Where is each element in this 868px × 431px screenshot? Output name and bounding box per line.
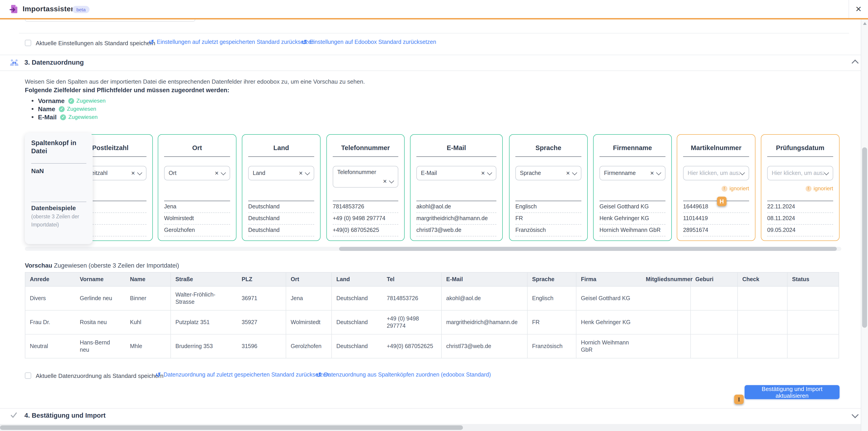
- table-cell: Walter-Fröhlich-Strasse: [170, 286, 237, 310]
- clear-icon[interactable]: ✕: [648, 170, 656, 176]
- field-mapping-select[interactable]: Hier klicken, um auszuwählen: [767, 166, 833, 180]
- divider: [0, 408, 861, 409]
- sample-value: Henk Gehringer KG: [599, 213, 665, 225]
- clear-icon[interactable]: ✕: [564, 170, 572, 176]
- chevron-up-icon[interactable]: [851, 59, 859, 66]
- undo-icon: ↺: [156, 372, 161, 377]
- reset-settings-default-link[interactable]: ↺ Einstellungen auf Edoobox Standard zur…: [302, 39, 436, 45]
- reset-mapping-last-label: Datenzuordnung auf zuletzt gespeicherten…: [163, 372, 329, 378]
- table-cell: 36971: [237, 286, 286, 310]
- clear-icon[interactable]: ✕: [297, 170, 305, 176]
- reset-settings-last-label: Einstellungen auf zuletzt gespeicherten …: [157, 39, 314, 45]
- section3-title: 3. Datenzuordnung: [24, 59, 84, 66]
- divider: [416, 156, 496, 157]
- clear-icon[interactable]: ✕: [129, 170, 137, 176]
- vertical-scrollbar[interactable]: [861, 20, 868, 431]
- table-cell: [787, 286, 839, 310]
- table-cell: christl73@web.de: [441, 334, 527, 358]
- chevron-down-icon[interactable]: [656, 170, 661, 175]
- map-from-headers-link[interactable]: ↺ Datenzuordnung aus Spaltenköpfen zuord…: [316, 372, 491, 378]
- vertical-scrollbar-thumb[interactable]: [862, 147, 867, 328]
- modal-title: Importassistent: [23, 5, 78, 13]
- table-cell: 35927: [237, 310, 286, 334]
- field-card-title: Martikelnummer: [677, 144, 755, 151]
- table-cell: [738, 286, 787, 310]
- table-row: Frau Dr.Rosita neuKuhlPutzplatz 35135927…: [25, 310, 839, 334]
- divider: [164, 156, 230, 157]
- table-cell: [690, 334, 738, 358]
- column-header-status: Status: [787, 272, 839, 286]
- chevron-down-icon[interactable]: [572, 170, 577, 175]
- sample-value: 08.11.2024: [767, 213, 833, 225]
- field-mapping-select[interactable]: Hier klicken, um auszuwählen: [683, 166, 749, 180]
- table-cell: [787, 334, 839, 358]
- annotation-marker-h: H: [717, 196, 726, 206]
- table-cell: [641, 334, 690, 358]
- bullet-icon: [32, 108, 33, 110]
- chevron-down-icon[interactable]: [740, 170, 745, 175]
- field-mapping-select[interactable]: Land✕: [248, 166, 314, 180]
- divider: [683, 156, 749, 157]
- scroll-up-arrow-icon[interactable]: [863, 22, 867, 25]
- field-mapping-select[interactable]: Sprache✕: [515, 166, 581, 180]
- chevron-down-icon[interactable]: [137, 170, 143, 175]
- column-header-ort: Ort: [286, 272, 332, 286]
- sample-rows: akohl@aol.demargritheidrich@hamann.dechr…: [416, 201, 496, 237]
- clear-icon[interactable]: ✕: [213, 170, 221, 176]
- assigned-badge: ✓Zugewiesen: [60, 114, 97, 120]
- table-cell: akohl@aol.de: [441, 286, 527, 310]
- field-mapping-select[interactable]: Ort✕: [164, 166, 230, 180]
- horizontal-scrollbar[interactable]: [0, 424, 861, 431]
- save-mapping-checkbox[interactable]: [25, 372, 31, 379]
- clear-icon[interactable]: ✕: [479, 170, 487, 176]
- table-cell: FR: [527, 310, 576, 334]
- modal-header: Importassistent beta ✕: [0, 0, 868, 18]
- chevron-down-icon[interactable]: [221, 170, 226, 175]
- field-mapping-select[interactable]: E-Mail✕: [416, 166, 496, 180]
- legend-samples-title: Datenbeispiele: [31, 204, 76, 212]
- sample-value: 22.11.2024: [767, 201, 833, 213]
- reset-mapping-last-link[interactable]: ↺ Datenzuordnung auf zuletzt gespeichert…: [156, 372, 329, 378]
- horizontal-scrollbar-thumb[interactable]: [0, 425, 463, 430]
- column-header-name: Name: [125, 272, 170, 286]
- sample-value: akohl@aol.de: [416, 201, 496, 213]
- confirm-import-button[interactable]: Bestätigung und Import aktualisieren: [745, 385, 839, 399]
- field-card-title: E-Mail: [410, 144, 502, 151]
- cards-horizontal-scrollbar[interactable]: [25, 247, 841, 251]
- select-value: Telefonnummer: [333, 166, 398, 175]
- sample-value: 09.05.2024: [767, 225, 833, 237]
- undo-icon: ↺: [316, 372, 321, 377]
- assigned-badge: ✓Zugewiesen: [68, 98, 105, 104]
- divider: [248, 156, 314, 157]
- table-cell: Gerlinde neu: [75, 286, 125, 310]
- section4-title: 4. Bestätigung und Import: [24, 412, 105, 419]
- bullet-icon: [32, 100, 33, 102]
- field-mapping-select[interactable]: Firmenname✕: [599, 166, 665, 180]
- chevron-down-icon[interactable]: [824, 170, 829, 175]
- chevron-down-icon[interactable]: [389, 178, 394, 184]
- save-settings-checkbox[interactable]: [25, 40, 31, 46]
- assigned-label: Zugewiesen: [67, 106, 96, 112]
- clear-icon[interactable]: ✕: [381, 179, 389, 184]
- field-mapping-select[interactable]: Telefonnummer✕: [333, 166, 398, 188]
- field-card-pr-fungsdatum: PrüfungsdatumHier klicken, um auszuwähle…: [761, 134, 839, 241]
- mapping-required-text: Folgende Zielfelder sind Pflichtfelder u…: [25, 87, 229, 94]
- ignored-badge: !ignoriert: [805, 185, 833, 192]
- chevron-down-icon[interactable]: [851, 411, 859, 418]
- reset-settings-last-link[interactable]: ↺ Einstellungen auf zuletzt gespeicherte…: [149, 39, 314, 45]
- table-cell: Binner: [125, 286, 170, 310]
- chevron-down-icon[interactable]: [305, 170, 310, 175]
- chevron-down-icon[interactable]: [487, 170, 492, 175]
- sample-value: 11014419: [683, 213, 749, 225]
- mapping-intro-text: Weisen Sie den Spalten aus der importier…: [25, 78, 365, 85]
- table-cell: Jena: [286, 286, 332, 310]
- table-cell: Rosita neu: [75, 310, 125, 334]
- close-icon[interactable]: ✕: [848, 0, 868, 18]
- select-icons: [740, 171, 749, 176]
- bullet-icon: [32, 116, 33, 118]
- sample-value: 16449618: [683, 201, 749, 213]
- undo-icon: ↺: [149, 39, 154, 45]
- select-icons: ✕: [648, 170, 665, 176]
- select-value: E-Mail: [417, 170, 479, 176]
- cards-scrollbar-thumb[interactable]: [339, 247, 837, 251]
